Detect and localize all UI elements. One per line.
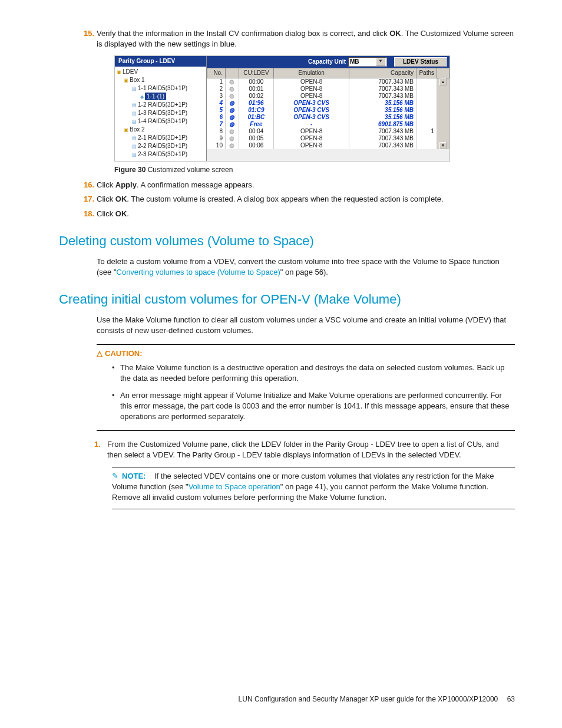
cell-capacity: 7007.343 MB bbox=[349, 78, 416, 86]
row-icon: ◍ bbox=[225, 85, 239, 93]
table-row[interactable]: 8◍00:04OPEN-87007.343 MB1 bbox=[207, 128, 449, 135]
scrollbar-track[interactable] bbox=[437, 114, 449, 121]
col-no[interactable]: No. bbox=[207, 68, 226, 78]
step-text-pre: Click bbox=[97, 180, 115, 189]
cell-capacity: 7007.343 MB bbox=[349, 93, 416, 100]
cell-emulation: OPEN-3 CVS bbox=[273, 114, 349, 121]
cell-no: 7 bbox=[207, 121, 226, 128]
chevron-down-icon: ▼ bbox=[376, 58, 385, 66]
scrollbar-track[interactable] bbox=[437, 107, 449, 114]
table-row[interactable]: 10◍00:06OPEN-87007.343 MB▾ bbox=[207, 142, 449, 149]
step-text: From the Customized Volume pane, click t… bbox=[107, 440, 499, 459]
capacity-unit-select[interactable]: MB ▼ bbox=[348, 57, 387, 67]
cell-emulation: OPEN-8 bbox=[273, 128, 349, 135]
scrollbar-track[interactable]: ▾ bbox=[437, 142, 449, 149]
scrollbar-track[interactable] bbox=[437, 93, 449, 100]
step-number: 15. bbox=[84, 28, 97, 39]
ldev-status-button[interactable]: LDEV Status bbox=[394, 57, 447, 67]
table-row[interactable]: 5◍01:C9OPEN-3 CVS35.156 MB bbox=[207, 107, 449, 114]
scrollbar-track[interactable] bbox=[437, 128, 449, 135]
table-row[interactable]: 9◍00:05OPEN-87007.343 MB bbox=[207, 135, 449, 142]
step-1: 1. From the Customized Volume pane, clic… bbox=[94, 439, 515, 460]
scrollbar-track[interactable] bbox=[437, 135, 449, 142]
figure-label: Figure 30 bbox=[114, 166, 146, 174]
cell-paths bbox=[416, 107, 437, 114]
table-row[interactable]: 4◍01:96OPEN-3 CVS35.156 MB bbox=[207, 100, 449, 107]
divider bbox=[112, 509, 515, 509]
tree-item[interactable]: ▤1-1 RAID5(3D+1P) bbox=[117, 84, 204, 93]
cell-no: 5 bbox=[207, 107, 226, 114]
step-number: 16. bbox=[84, 180, 97, 190]
page-number: 63 bbox=[507, 695, 515, 703]
scrollbar-track[interactable] bbox=[437, 85, 449, 93]
tree-root[interactable]: ▣LDEV bbox=[117, 68, 204, 76]
step-16: 16.Click Apply. A confirmation message a… bbox=[97, 180, 515, 190]
col-icon[interactable] bbox=[225, 68, 239, 78]
disk-icon: ▤ bbox=[132, 144, 137, 149]
tree-item-label: 2-3 RAID5(3D+1P) bbox=[138, 151, 187, 157]
tree-item[interactable]: ▤2-3 RAID5(3D+1P) bbox=[117, 150, 204, 159]
cell-cu: 00:06 bbox=[239, 142, 273, 149]
step-text-bold: OK bbox=[115, 209, 127, 218]
cell-cu: 00:05 bbox=[239, 135, 273, 142]
cell-cu: 01:96 bbox=[239, 100, 273, 107]
link-converting[interactable]: Converting volumes to space (Volume to S… bbox=[117, 268, 280, 276]
tree-item[interactable]: ▤2-2 RAID5(3D+1P) bbox=[117, 142, 204, 150]
disk-icon: ▤ bbox=[132, 86, 137, 91]
tree-box2[interactable]: ▣Box 2 bbox=[117, 126, 204, 134]
cell-cu: 01:BC bbox=[239, 114, 273, 121]
para-deleting: To delete a custom volume from a VDEV, c… bbox=[97, 256, 515, 278]
caution-bullet: An error message might appear if Volume … bbox=[112, 390, 515, 423]
note-block: ✎NOTE: If the selected VDEV contains one… bbox=[112, 471, 515, 503]
cell-emulation: OPEN-3 CVS bbox=[273, 107, 349, 114]
link-volume-to-space[interactable]: Volume to Space operation bbox=[189, 482, 280, 491]
scrollbar-head bbox=[437, 68, 449, 78]
scrollbar-track[interactable] bbox=[437, 121, 449, 128]
tree-panel-title: Parity Group - LDEV bbox=[115, 56, 206, 67]
tree-item[interactable]: ▤1-4 RAID5(3D+1P) bbox=[117, 117, 204, 126]
cell-capacity: 7007.343 MB bbox=[349, 128, 416, 135]
row-icon: ◍ bbox=[225, 128, 239, 135]
col-cu[interactable]: CU:LDEV bbox=[239, 68, 273, 78]
heading-creating: Creating initial custom volumes for OPEN… bbox=[59, 291, 515, 309]
cell-emulation: OPEN-8 bbox=[273, 93, 349, 100]
tree-item[interactable]: ▤1-3 RAID5(3D+1P) bbox=[117, 109, 204, 117]
cell-paths bbox=[416, 121, 437, 128]
scroll-up-icon[interactable]: ▴ bbox=[439, 78, 447, 85]
tree-selected-label: 1-1-(1) bbox=[145, 93, 166, 100]
col-cap[interactable]: Capacity bbox=[349, 68, 416, 78]
step-text-post: . bbox=[127, 209, 129, 218]
caution-label-text: CAUTION: bbox=[105, 349, 143, 358]
step-text-post: . The custom volume is created. A dialog… bbox=[127, 195, 443, 203]
cell-paths bbox=[416, 100, 437, 107]
table-row[interactable]: 7◍Free-6901.875 MB bbox=[207, 121, 449, 128]
scroll-down-icon[interactable]: ▾ bbox=[439, 142, 447, 149]
cell-emulation: - bbox=[273, 121, 349, 128]
row-icon: ◍ bbox=[225, 93, 239, 100]
table-row[interactable]: 3◍00:02OPEN-87007.343 MB bbox=[207, 93, 449, 100]
scrollbar-track[interactable] bbox=[437, 100, 449, 107]
row-icon: ◍ bbox=[225, 121, 239, 128]
ordered-steps: 1. From the Customized Volume pane, clic… bbox=[94, 439, 515, 460]
tree-item-label: 2-2 RAID5(3D+1P) bbox=[138, 143, 187, 149]
step-number: 18. bbox=[84, 209, 97, 219]
tree-item-label: 1-2 RAID5(3D+1P) bbox=[138, 101, 187, 108]
row-icon: ◍ bbox=[225, 114, 239, 121]
tree-item-label: 2-1 RAID5(3D+1P) bbox=[138, 134, 187, 141]
tree-selected[interactable]: ◆1-1-(1) bbox=[117, 93, 204, 101]
scrollbar-track[interactable]: ▴ bbox=[437, 78, 449, 86]
table-row[interactable]: 1◍00:00OPEN-87007.343 MB▴ bbox=[207, 78, 449, 86]
caution-header: △CAUTION: bbox=[97, 348, 515, 359]
tree-item[interactable]: ▤2-1 RAID5(3D+1P) bbox=[117, 134, 204, 142]
tree-root-label: LDEV bbox=[123, 68, 138, 75]
note-icon: ✎ bbox=[112, 472, 118, 480]
col-emu[interactable]: Emulation bbox=[273, 68, 349, 78]
step-text-bold: Apply bbox=[115, 180, 137, 189]
tree-item[interactable]: ▤1-2 RAID5(3D+1P) bbox=[117, 101, 204, 109]
table-row[interactable]: 2◍00:01OPEN-87007.343 MB bbox=[207, 85, 449, 93]
cell-capacity: 7007.343 MB bbox=[349, 85, 416, 93]
col-paths[interactable]: Paths bbox=[416, 68, 437, 78]
caution-bullets: The Make Volume function is a destructiv… bbox=[112, 363, 515, 422]
tree-box1[interactable]: ▣Box 1 bbox=[117, 76, 204, 84]
table-row[interactable]: 6◍01:BCOPEN-3 CVS35.156 MB bbox=[207, 114, 449, 121]
